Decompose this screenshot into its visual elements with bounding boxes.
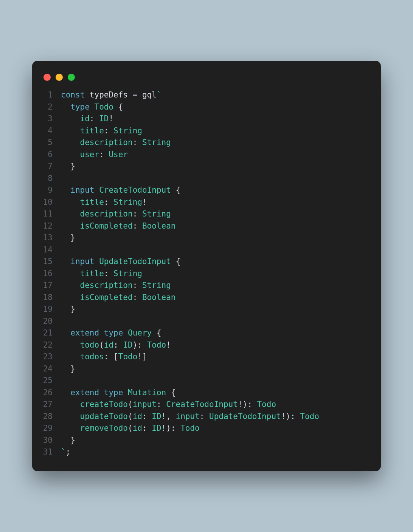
code-content: extend type Mutation { xyxy=(61,387,176,399)
line-number: 14 xyxy=(41,244,61,256)
line-number: 28 xyxy=(41,411,61,423)
code-content: const typeDefs = gql` xyxy=(61,89,161,101)
code-content: } xyxy=(61,303,75,315)
line-number: 19 xyxy=(41,303,61,315)
code-line: 18 isCompleted: Boolean xyxy=(41,292,372,304)
code-window: 1const typeDefs = gql`2 type Todo {3 id:… xyxy=(32,61,381,471)
code-line: 30 } xyxy=(41,435,372,447)
code-line: 31`; xyxy=(41,446,372,458)
code-line: 15 input UpdateTodoInput { xyxy=(41,256,372,268)
code-content: } xyxy=(61,161,75,173)
code-line: 29 removeTodo(id: ID!): Todo xyxy=(41,422,372,435)
code-content: description: String xyxy=(61,208,171,220)
code-line: 11 description: String xyxy=(41,208,372,220)
line-number: 3 xyxy=(41,113,61,125)
code-content: input CreateTodoInput { xyxy=(61,184,180,196)
line-number: 8 xyxy=(41,173,61,185)
code-content: id: ID! xyxy=(61,113,113,125)
window-title-bar xyxy=(32,71,381,89)
line-number: 10 xyxy=(41,196,61,209)
line-number: 31 xyxy=(41,446,61,458)
code-content: title: String xyxy=(61,268,142,280)
code-content: isCompleted: Boolean xyxy=(61,220,175,232)
line-number: 26 xyxy=(41,387,61,399)
line-number: 24 xyxy=(41,363,61,375)
code-content: title: String xyxy=(61,125,142,137)
code-content xyxy=(61,173,66,185)
code-content: todos: [Todo!] xyxy=(61,351,147,363)
line-number: 4 xyxy=(41,125,61,137)
line-number: 2 xyxy=(41,101,61,113)
line-number: 1 xyxy=(41,89,61,101)
code-content: input UpdateTodoInput { xyxy=(61,256,180,268)
code-line: 14 xyxy=(41,244,372,256)
line-number: 5 xyxy=(41,137,61,149)
code-content: `; xyxy=(61,446,70,458)
code-line: 5 description: String xyxy=(41,137,372,149)
code-content: todo(id: ID): Todo! xyxy=(61,339,171,351)
code-line: 20 xyxy=(41,315,372,328)
code-line: 21 extend type Query { xyxy=(41,327,372,339)
code-line: 22 todo(id: ID): Todo! xyxy=(41,339,372,351)
line-number: 9 xyxy=(41,184,61,196)
line-number: 30 xyxy=(41,435,61,447)
line-number: 22 xyxy=(41,339,61,351)
code-content: } xyxy=(61,363,75,375)
code-content: createTodo(input: CreateTodoInput!): Tod… xyxy=(61,399,276,411)
line-number: 23 xyxy=(41,351,61,363)
code-line: 13 } xyxy=(41,232,372,244)
code-content: description: String xyxy=(61,137,171,149)
code-content: type Todo { xyxy=(61,101,123,113)
close-icon[interactable] xyxy=(43,74,51,81)
code-line: 24 } xyxy=(41,363,372,375)
line-number: 12 xyxy=(41,220,61,232)
code-line: 26 extend type Mutation { xyxy=(41,387,372,399)
code-line: 27 createTodo(input: CreateTodoInput!): … xyxy=(41,399,372,411)
code-content xyxy=(61,315,66,328)
code-content: isCompleted: Boolean xyxy=(61,292,175,304)
line-number: 27 xyxy=(41,399,61,411)
code-content: updateTodo(id: ID!, input: UpdateTodoInp… xyxy=(61,411,319,423)
code-content: } xyxy=(61,232,75,244)
code-line: 2 type Todo { xyxy=(41,101,372,113)
code-line: 4 title: String xyxy=(41,125,372,137)
code-line: 10 title: String! xyxy=(41,196,372,209)
code-line: 19 } xyxy=(41,303,372,315)
code-content: title: String! xyxy=(61,196,147,209)
line-number: 18 xyxy=(41,292,61,304)
line-number: 15 xyxy=(41,256,61,268)
code-content xyxy=(61,375,66,387)
code-line: 9 input CreateTodoInput { xyxy=(41,184,372,196)
line-number: 6 xyxy=(41,149,61,161)
code-line: 25 xyxy=(41,375,372,387)
line-number: 29 xyxy=(41,422,61,435)
code-content: user: User xyxy=(61,149,128,161)
line-number: 16 xyxy=(41,268,61,280)
code-line: 6 user: User xyxy=(41,149,372,161)
line-number: 17 xyxy=(41,280,61,292)
code-line: 3 id: ID! xyxy=(41,113,372,125)
line-number: 21 xyxy=(41,327,61,339)
code-content: } xyxy=(61,435,75,447)
code-content xyxy=(61,244,66,256)
code-line: 1const typeDefs = gql` xyxy=(41,89,372,101)
code-line: 12 isCompleted: Boolean xyxy=(41,220,372,232)
code-editor[interactable]: 1const typeDefs = gql`2 type Todo {3 id:… xyxy=(32,89,381,458)
line-number: 20 xyxy=(41,315,61,328)
code-line: 7 } xyxy=(41,161,372,173)
maximize-icon[interactable] xyxy=(68,74,75,81)
code-line: 16 title: String xyxy=(41,268,372,280)
code-content: removeTodo(id: ID!): Todo xyxy=(61,422,200,435)
code-line: 17 description: String xyxy=(41,280,372,292)
line-number: 11 xyxy=(41,208,61,220)
minimize-icon[interactable] xyxy=(56,74,63,81)
code-content: extend type Query { xyxy=(61,327,161,339)
line-number: 25 xyxy=(41,375,61,387)
code-line: 28 updateTodo(id: ID!, input: UpdateTodo… xyxy=(41,411,372,423)
code-content: description: String xyxy=(61,280,171,292)
line-number: 7 xyxy=(41,161,61,173)
code-line: 23 todos: [Todo!] xyxy=(41,351,372,363)
code-line: 8 xyxy=(41,173,372,185)
line-number: 13 xyxy=(41,232,61,244)
